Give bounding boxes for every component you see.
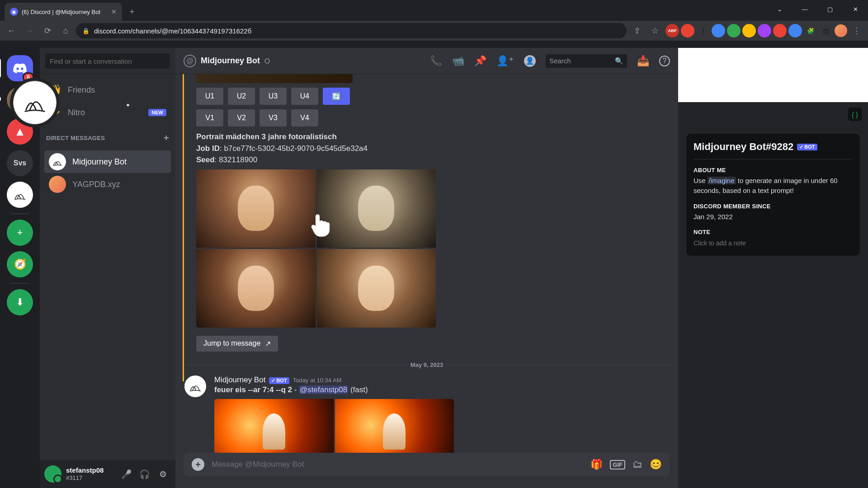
message-author[interactable]: Midjourney Bot	[214, 375, 265, 385]
u1-button[interactable]: U1	[196, 88, 223, 105]
jump-to-message-button[interactable]: Jump to message ↗	[196, 336, 278, 352]
dm-avatar	[49, 153, 66, 170]
create-dm-button[interactable]: +	[164, 133, 169, 143]
share-icon[interactable]: ⇪	[629, 23, 645, 38]
dm-item-midjourney[interactable]: Midjourney Bot	[44, 150, 171, 173]
nav-forward-button[interactable]: →	[22, 23, 37, 38]
v2-button[interactable]: V2	[228, 109, 255, 127]
user-mention[interactable]: @stefanstp08	[299, 385, 348, 394]
midjourney-logo-icon	[22, 90, 47, 115]
v1-button[interactable]: V1	[196, 109, 223, 127]
message-avatar[interactable]	[184, 375, 206, 397]
mute-mic-button[interactable]: 🎤	[118, 466, 135, 482]
midjourney-logo-icon	[13, 188, 27, 202]
reroll-button[interactable]: 🔄	[323, 88, 350, 105]
dev-badge-icon[interactable]: { }	[848, 108, 862, 121]
profile-card: Midjourney Bot#9282 ✓BOT ABOUT ME Use /i…	[686, 134, 860, 256]
image-grid[interactable]	[196, 169, 436, 328]
sticker-button[interactable]: 🗂	[632, 459, 642, 470]
help-button[interactable]: ?	[659, 56, 670, 66]
v4-button[interactable]: V4	[291, 109, 318, 127]
image-grid[interactable]	[214, 399, 454, 453]
prompt-text: feuer eis --ar 7:4 --q 2	[214, 385, 292, 394]
explore-servers-button[interactable]: 🧭	[7, 251, 33, 277]
add-friends-button[interactable]: 👤⁺	[496, 55, 514, 67]
pinned-messages-button[interactable]: 📌	[474, 55, 486, 67]
ext-icon[interactable]	[788, 24, 802, 38]
profile-avatar-icon[interactable]	[835, 24, 847, 37]
bookmark-icon[interactable]: ☆	[647, 23, 663, 38]
new-tab-button[interactable]: +	[125, 5, 139, 19]
ext-icon[interactable]	[758, 24, 771, 38]
emoji-button[interactable]: 😊	[650, 459, 662, 470]
window-maximize-button[interactable]: ▢	[817, 0, 843, 18]
user-tag: #3117	[66, 474, 104, 481]
rail-separator	[11, 283, 29, 284]
window-dropdown-icon[interactable]: ⌄	[767, 0, 792, 18]
user-avatar[interactable]	[44, 465, 61, 483]
video-call-button[interactable]: 📹	[452, 55, 464, 67]
download-apps-button[interactable]: ⬇	[7, 289, 33, 315]
tab-close-icon[interactable]: ✕	[111, 8, 117, 15]
image-attachment[interactable]	[196, 74, 353, 83]
friends-label: Friends	[68, 85, 95, 95]
u3-button[interactable]: U3	[259, 88, 287, 105]
ext-abp-icon[interactable]: ABP	[665, 24, 679, 38]
u4-button[interactable]: U4	[291, 88, 318, 105]
ext-icon[interactable]	[773, 24, 787, 38]
message-input[interactable]	[212, 460, 583, 469]
u2-button[interactable]: U2	[228, 88, 255, 105]
nitro-label: Nitro	[68, 108, 85, 117]
user-settings-button[interactable]: ⚙	[155, 466, 171, 482]
attach-button[interactable]: +	[192, 458, 204, 471]
friends-tab[interactable]: 👋 Friends	[44, 79, 171, 101]
profile-avatar[interactable]	[13, 81, 57, 124]
bot-tag: ✓BOT	[797, 144, 817, 150]
add-server-button[interactable]: +	[7, 220, 33, 246]
message-composer: + 🎁 GIF 🗂 😊	[175, 453, 678, 488]
variation-row: V1 V2 V3 V4	[196, 109, 670, 127]
about-heading: ABOUT ME	[693, 167, 853, 174]
browser-tab[interactable]: ◉ (6) Discord | @Midjourney Bot ✕	[5, 3, 122, 21]
server-midjourney[interactable]	[7, 182, 33, 208]
ext-icon[interactable]	[681, 24, 694, 38]
ext-icon[interactable]: ⋮	[696, 24, 710, 38]
status-indicator	[264, 58, 270, 64]
gif-button[interactable]: GIF	[610, 460, 625, 469]
voice-call-button[interactable]: 📞	[430, 55, 442, 67]
address-bar[interactable]: 🔒 discord.com/channels/@me/1063443749197…	[76, 23, 627, 38]
nav-home-button[interactable]: ⌂	[58, 23, 73, 38]
bot-tag: ✓BOT	[269, 377, 289, 384]
v3-button[interactable]: V3	[259, 109, 287, 127]
ext-sidepanel-icon[interactable]: ◫	[819, 24, 833, 38]
find-conversation-input[interactable]	[45, 53, 170, 69]
search-box[interactable]: Search 🔍	[546, 54, 627, 68]
ext-puzzle-icon[interactable]: 🧩	[804, 24, 817, 38]
inbox-button[interactable]: 📥	[637, 55, 649, 67]
ext-icon[interactable]	[727, 24, 741, 38]
seed-value: 832118900	[219, 155, 257, 164]
message-timestamp: Today at 10:34 AM	[293, 377, 342, 384]
gift-button[interactable]: 🎁	[590, 459, 603, 470]
profile-avatar-wrap	[10, 78, 60, 127]
note-input[interactable]	[693, 238, 853, 249]
user-profile-button[interactable]: 👤	[524, 55, 536, 67]
ext-icon[interactable]	[712, 24, 725, 38]
server-item[interactable]: Svs	[7, 150, 33, 176]
deafen-button[interactable]: 🎧	[137, 466, 153, 482]
browser-menu-icon[interactable]: ⋮	[849, 23, 864, 38]
jobid-value: b7ce77fc-5302-45b2-9070-9c545d5e32a4	[224, 144, 368, 153]
nav-reload-button[interactable]: ⟳	[40, 23, 55, 38]
discord-favicon: ◉	[10, 8, 18, 16]
find-conversation	[40, 48, 175, 74]
search-icon: 🔍	[615, 57, 623, 65]
ext-icon[interactable]	[742, 24, 756, 38]
nav-back-button[interactable]: ←	[4, 23, 19, 38]
message-scroller[interactable]: U1 U2 U3 U4 🔄 V1 V2 V3 V4 Portrait mädch…	[175, 74, 678, 453]
grid-cell-1	[196, 169, 316, 248]
window-close-button[interactable]: ✕	[843, 0, 868, 18]
window-minimize-button[interactable]: ―	[792, 0, 817, 18]
dm-item-yagpdb[interactable]: YAGPDB.xyz	[44, 173, 171, 196]
nitro-tab[interactable]: ⚡ Nitro ✦ NEW	[44, 101, 171, 124]
home-button[interactable]: 6	[7, 55, 33, 81]
